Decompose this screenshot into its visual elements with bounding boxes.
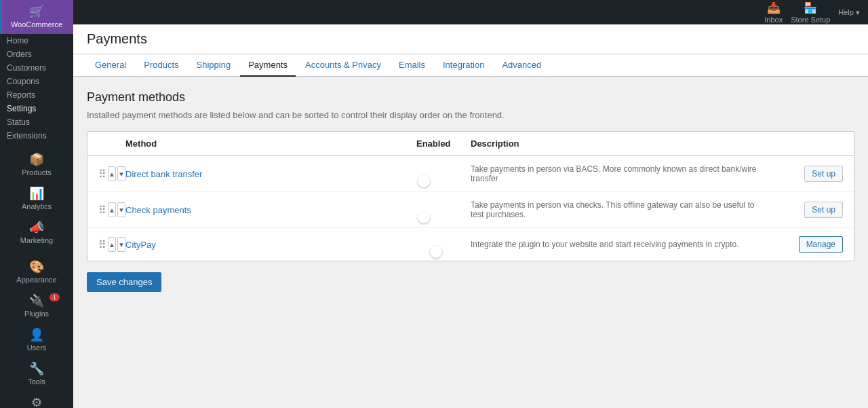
drag-handle-citypay[interactable]: ⠿	[98, 238, 106, 251]
payment-methods-table: Method Enabled Description ⠿ ▲ ▼ Direct …	[87, 131, 854, 261]
woocommerce-icon: 🛒	[29, 5, 44, 18]
topbar: 📥 Inbox 🏪 Store Setup Help ▾	[73, 0, 868, 24]
header-description: Description	[471, 138, 762, 149]
sort-down-check[interactable]: ▼	[117, 202, 125, 217]
sidebar-item-tools[interactable]: 🔧 Tools	[0, 357, 73, 391]
header-enabled: Enabled	[416, 138, 471, 149]
tab-emails[interactable]: Emails	[391, 54, 433, 77]
sidebar-item-label: Appearance	[16, 276, 56, 284]
sidebar: 🛒 WooCommerce Home Orders Customers Coup…	[0, 0, 73, 408]
sidebar-sub-reports[interactable]: Reports	[0, 88, 73, 102]
appearance-icon: 🎨	[29, 261, 44, 273]
tab-products[interactable]: Products	[136, 54, 186, 77]
sidebar-item-label: Plugins	[24, 310, 49, 318]
users-icon: 👤	[29, 329, 44, 341]
table-row: ⠿ ▲ ▼ Direct bank transfer Take payments…	[87, 156, 854, 192]
save-changes-button[interactable]: Save changes	[87, 272, 161, 292]
sidebar-sub-status[interactable]: Status	[0, 115, 73, 129]
analytics-icon: 📊	[29, 187, 44, 200]
table-header: Method Enabled Description	[87, 132, 854, 156]
tools-icon: 🔧	[29, 363, 44, 375]
sidebar-item-analytics[interactable]: 📊 Analytics	[0, 182, 73, 216]
tab-integration[interactable]: Integration	[435, 54, 492, 77]
header-drag	[98, 138, 125, 149]
plugins-badge: 1	[50, 293, 60, 301]
store-setup-label: Store Setup	[791, 16, 830, 24]
method-name-direct[interactable]: Direct bank transfer	[125, 169, 416, 179]
sidebar-item-settings[interactable]: ⚙ Settings	[0, 391, 73, 408]
inbox-button[interactable]: 📥 Inbox	[764, 1, 783, 24]
table-row: ⠿ ▲ ▼ CityPay Integrate the plugin to yo…	[87, 228, 854, 261]
tabs-bar: General Products Shipping Payments Accou…	[73, 54, 868, 77]
sidebar-sub-settings[interactable]: Settings	[0, 102, 73, 115]
header-method: Method	[125, 138, 416, 149]
sidebar-sub-extensions[interactable]: Extensions	[0, 129, 73, 143]
marketing-icon: 📣	[29, 221, 44, 234]
sidebar-sub-coupons[interactable]: Coupons	[0, 75, 73, 88]
drag-handle-check[interactable]: ⠿	[98, 204, 106, 217]
sidebar-item-label: Users	[27, 344, 47, 352]
tab-general[interactable]: General	[87, 54, 134, 77]
action-cell-direct: Set up	[762, 166, 843, 182]
inbox-icon: 📥	[767, 1, 781, 14]
header-action	[762, 138, 843, 149]
tab-shipping[interactable]: Shipping	[189, 54, 239, 77]
manage-button-citypay[interactable]: Manage	[799, 236, 843, 253]
action-cell-check: Set up	[762, 202, 843, 218]
description-direct: Take payments in person via BACS. More c…	[471, 164, 762, 183]
sidebar-item-label: Products	[22, 168, 51, 177]
sidebar-item-label: Tools	[28, 377, 45, 386]
settings-icon: ⚙	[31, 396, 42, 408]
tab-accounts[interactable]: Accounts & Privacy	[297, 54, 389, 77]
sort-up-direct[interactable]: ▲	[108, 166, 116, 181]
page-header: Payments	[73, 24, 868, 54]
sidebar-sub-orders[interactable]: Orders	[0, 48, 73, 61]
page-title: Payments	[87, 31, 854, 47]
method-name-citypay[interactable]: CityPay	[125, 240, 416, 250]
help-label: Help ▾	[838, 8, 860, 17]
help-button[interactable]: Help ▾	[838, 8, 860, 17]
sidebar-item-label: Analytics	[22, 202, 52, 210]
setup-button-direct[interactable]: Set up	[804, 166, 843, 182]
store-setup-button[interactable]: 🏪 Store Setup	[791, 1, 830, 24]
sidebar-item-appearance[interactable]: 🎨 Appearance	[0, 255, 73, 289]
content-area: Payment methods Installed payment method…	[73, 77, 868, 408]
row-controls-check: ⠿ ▲ ▼	[98, 202, 125, 217]
store-setup-icon: 🏪	[804, 1, 817, 14]
sidebar-item-plugins[interactable]: 🔌 Plugins 1	[0, 289, 73, 323]
main-content: 📥 Inbox 🏪 Store Setup Help ▾ Payments Ge…	[73, 0, 868, 408]
row-controls-citypay: ⠿ ▲ ▼	[98, 237, 125, 252]
setup-button-check[interactable]: Set up	[804, 202, 843, 218]
method-name-check[interactable]: Check payments	[125, 205, 416, 215]
sort-up-citypay[interactable]: ▲	[108, 237, 116, 252]
products-icon: 📦	[29, 153, 44, 166]
sort-down-direct[interactable]: ▼	[117, 166, 125, 181]
sidebar-item-woocommerce[interactable]: 🛒 WooCommerce	[0, 0, 73, 34]
sidebar-item-label: Marketing	[20, 236, 53, 244]
row-controls-direct: ⠿ ▲ ▼	[98, 166, 125, 181]
sidebar-item-marketing[interactable]: 📣 Marketing	[0, 216, 73, 250]
sidebar-item-label: WooCommerce	[11, 20, 62, 29]
plugins-icon: 🔌	[29, 295, 44, 307]
tab-payments[interactable]: Payments	[240, 54, 296, 77]
description-citypay: Integrate the plugin to your website and…	[471, 240, 762, 249]
sidebar-item-products[interactable]: 📦 Products	[0, 148, 73, 182]
tab-advanced[interactable]: Advanced	[494, 54, 549, 77]
sort-up-check[interactable]: ▲	[108, 202, 116, 217]
action-cell-citypay: Manage	[762, 236, 843, 253]
drag-handle-direct[interactable]: ⠿	[98, 168, 106, 181]
sidebar-sub-customers[interactable]: Customers	[0, 61, 73, 75]
description-check: Take payments in person via checks. This…	[471, 200, 762, 219]
inbox-label: Inbox	[764, 16, 783, 24]
sidebar-item-users[interactable]: 👤 Users	[0, 323, 73, 357]
section-title: Payment methods	[87, 90, 854, 105]
section-description: Installed payment methods are listed bel…	[87, 110, 854, 120]
table-row: ⠿ ▲ ▼ Check payments Take payments in pe…	[87, 192, 854, 228]
sort-down-citypay[interactable]: ▼	[117, 237, 125, 252]
sidebar-sub-home[interactable]: Home	[0, 34, 73, 48]
